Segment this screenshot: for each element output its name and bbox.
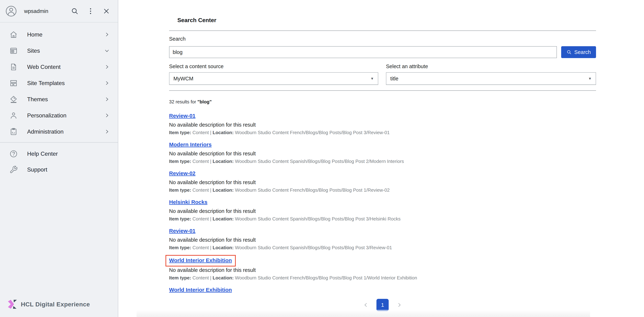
dropdown-arrow-icon: ▼ [588, 77, 592, 81]
sidebar-item-themes[interactable]: Themes [0, 91, 118, 107]
search-label: Search [169, 36, 596, 42]
sidebar-header: wpsadmin [0, 0, 118, 23]
search-result: Modern Interiors No available descriptio… [169, 141, 596, 164]
search-result: World Interior Exhibition [169, 286, 596, 293]
sidebar-item-label: Site Templates [27, 80, 104, 87]
result-meta: Item type: Content | Location: Woodburn … [169, 158, 596, 164]
result-description: No available description for this result [169, 122, 596, 128]
chevron-right-icon [104, 112, 110, 119]
search-result: Review-01 No available description for t… [169, 112, 596, 136]
result-link[interactable]: Review-01 [169, 113, 196, 119]
result-description: No available description for this result [169, 267, 596, 273]
search-button-label: Search [574, 49, 591, 55]
search-result: Review-01 No available description for t… [169, 227, 596, 251]
username: wpsadmin [24, 8, 71, 14]
close-icon[interactable] [102, 7, 110, 15]
result-meta: Item type: Content | Location: Woodburn … [169, 275, 596, 281]
home-icon [9, 30, 18, 39]
chevron-down-icon [104, 48, 110, 54]
content-source-value: MyWCM [174, 76, 370, 82]
sidebar-item-personalization[interactable]: Personalization [0, 107, 118, 124]
personalization-icon [9, 111, 18, 120]
sidebar-secondary: Help Center Support [0, 143, 118, 299]
sidebar-item-site-templates[interactable]: Site Templates [0, 75, 118, 91]
result-meta: Item type: Content | Location: Woodburn … [169, 216, 596, 222]
chevron-right-icon [104, 129, 110, 135]
sidebar-nav: Home Sites Web Content Site Templates [0, 23, 118, 140]
result-link[interactable]: Review-02 [169, 170, 196, 176]
result-description: No available description for this result [169, 208, 596, 214]
annotation-red-box: World Interior Exhibition [166, 255, 236, 266]
chevron-right-icon [104, 80, 110, 86]
hcl-dx-logo-icon [8, 299, 17, 309]
sidebar-item-label: Web Content [27, 64, 104, 70]
sidebar-item-label: Administration [27, 128, 104, 135]
sidebar-item-label: Home [27, 31, 104, 38]
sites-icon [9, 47, 18, 55]
sidebar-item-home[interactable]: Home [0, 27, 118, 43]
sidebar-item-support[interactable]: Support [0, 162, 118, 177]
result-link[interactable]: World Interior Exhibition [169, 257, 232, 263]
overflow-menu-icon[interactable] [86, 7, 94, 15]
result-description: No available description for this result [169, 179, 596, 186]
page-prev-icon[interactable] [363, 302, 369, 308]
sidebar-item-administration[interactable]: Administration [0, 124, 118, 140]
web-content-icon [9, 63, 18, 71]
help-icon [9, 150, 18, 158]
result-link[interactable]: World Interior Exhibition [169, 287, 232, 293]
sidebar-item-label: Sites [27, 48, 104, 54]
result-link[interactable]: Review-01 [169, 228, 196, 234]
administration-icon [9, 128, 18, 136]
result-link[interactable]: Helsinki Rocks [169, 199, 207, 205]
page-next-icon[interactable] [396, 302, 402, 308]
results-count: 32 results for "blog" [169, 99, 596, 105]
user-avatar-icon [6, 6, 17, 17]
brand-name: HCL Digital Experience [21, 301, 90, 308]
sidebar-item-label: Help Center [27, 151, 58, 157]
themes-icon [9, 95, 18, 104]
sidebar-item-web-content[interactable]: Web Content [0, 59, 118, 75]
result-link[interactable]: Modern Interiors [169, 142, 212, 147]
results-query: "blog" [198, 99, 212, 105]
sidebar-item-label: Support [27, 166, 47, 173]
content-source-label: Select a content source [169, 64, 378, 69]
search-icon[interactable] [71, 7, 79, 15]
site-templates-icon [9, 79, 18, 87]
pagination: 1 [169, 299, 596, 311]
results-divider [169, 90, 596, 91]
content-source-select[interactable]: MyWCM ▼ [169, 72, 378, 85]
result-meta: Item type: Content | Location: Woodburn … [169, 130, 596, 136]
sidebar-item-help-center[interactable]: Help Center [0, 146, 118, 162]
sidebar: wpsadmin Home Sites [0, 0, 118, 317]
result-description: No available description for this result [169, 237, 596, 243]
search-button[interactable]: Search [561, 46, 596, 58]
dropdown-arrow-icon: ▼ [370, 77, 374, 81]
sidebar-item-label: Themes [27, 96, 104, 103]
search-input[interactable] [169, 46, 557, 58]
result-description: No available description for this result [169, 150, 596, 157]
search-result-highlighted: World Interior Exhibition No available d… [169, 256, 596, 281]
attribute-value: title [390, 76, 588, 82]
page-title: Search Center [177, 17, 596, 24]
magnifier-icon [566, 50, 572, 55]
search-result: Review-02 No available description for t… [169, 170, 596, 193]
chevron-right-icon [104, 64, 110, 70]
result-meta: Item type: Content | Location: Woodburn … [169, 187, 596, 193]
sidebar-footer: HCL Digital Experience [0, 299, 118, 317]
chevron-right-icon [104, 32, 110, 38]
main-area: Search Center Search Search Select a con… [118, 0, 644, 317]
support-wrench-icon [9, 165, 18, 174]
attribute-label: Select an attribute [386, 64, 596, 69]
title-divider [169, 30, 596, 31]
results-list: Review-01 No available description for t… [169, 112, 596, 293]
chevron-right-icon [104, 96, 110, 102]
sidebar-item-sites[interactable]: Sites [0, 43, 118, 59]
page-number-current[interactable]: 1 [376, 299, 389, 311]
search-result: Helsinki Rocks No available description … [169, 198, 596, 222]
result-meta: Item type: Content | Location: Woodburn … [169, 245, 596, 251]
sidebar-item-label: Personalization [27, 112, 104, 119]
attribute-select[interactable]: title ▼ [386, 72, 596, 85]
